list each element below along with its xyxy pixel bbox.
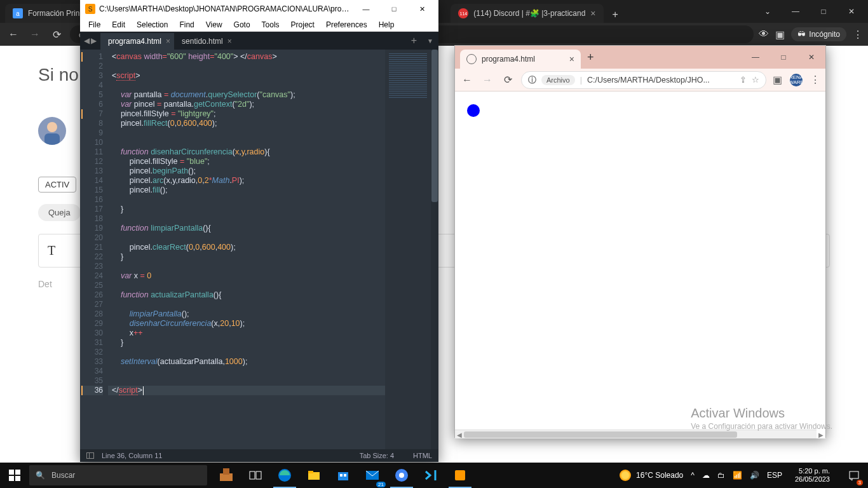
battery-icon[interactable]: 🗀 — [717, 471, 725, 480]
menu-goto[interactable]: Goto — [229, 19, 255, 30]
clock-time: 5:20 p. m. — [795, 467, 830, 475]
taskbar-search[interactable]: 🔍 Buscar — [29, 465, 207, 485]
status-cursor-pos[interactable]: Line 36, Column 11 — [102, 452, 162, 459]
menu-icon[interactable]: ⋮ — [853, 29, 863, 41]
taskbar-store-icon[interactable] — [329, 463, 357, 488]
wifi-icon[interactable]: 📶 — [733, 471, 742, 480]
new-tab-button[interactable]: + — [581, 51, 600, 64]
star-icon[interactable]: ☆ — [752, 75, 759, 85]
chrome2-tab[interactable]: programa4.html × — [460, 50, 581, 69]
chevron-up-icon[interactable]: ^ — [691, 471, 695, 480]
windows-taskbar: 🔍 Buscar 21 16°C Soleado ^ ☁ 🗀 📶 🔊 ESP 5… — [0, 463, 868, 488]
minimap[interactable] — [385, 50, 431, 449]
close-icon[interactable]: × — [227, 37, 232, 46]
menu-view[interactable]: View — [201, 19, 227, 30]
bg-tab-label: (114) Discord | #🧩 |3-practicand — [473, 9, 585, 18]
close-icon[interactable]: × — [569, 54, 574, 64]
queja-pill[interactable]: Queja — [38, 204, 81, 221]
chevron-down-icon[interactable]: ⌄ — [756, 7, 779, 16]
minimize-button[interactable]: — — [742, 53, 770, 62]
scrollbar-thumb[interactable] — [431, 50, 438, 202]
reload-button[interactable]: ⟳ — [501, 74, 515, 86]
back-button[interactable]: ← — [460, 74, 474, 86]
menu-find[interactable]: Find — [175, 19, 198, 30]
maximize-button[interactable]: □ — [770, 53, 797, 62]
scrollbar-thumb[interactable] — [464, 431, 737, 438]
info-icon[interactable]: ⓘ — [528, 74, 536, 86]
line-gutter[interactable]: 1234567891011121314151617181920212223242… — [80, 50, 108, 449]
menu-project[interactable]: Project — [287, 19, 319, 30]
chrome2-url-input[interactable]: ⓘ Archivo | C:/Users/MARTHA/Desktop/JHO.… — [521, 71, 766, 89]
taskbar-chrome-icon[interactable] — [388, 463, 416, 488]
taskbar-weather[interactable]: 16°C Soleado — [620, 470, 683, 481]
forward-button[interactable]: → — [480, 74, 494, 86]
menu-selection[interactable]: Selection — [132, 19, 172, 30]
sublime-titlebar[interactable]: S C:\Users\MARTHA\Desktop\JHONATAN\PROGR… — [80, 0, 438, 18]
status-tabsize[interactable]: Tab Size: 4 — [360, 452, 394, 459]
tab-programa4[interactable]: programa4.html × — [100, 33, 174, 50]
sidebar-toggle-icon[interactable] — [86, 452, 94, 459]
profile-avatar-icon[interactable]: RENAWARE — [790, 74, 803, 86]
scroll-right-icon[interactable]: ▶ — [817, 430, 825, 439]
menu-tools[interactable]: Tools — [257, 19, 284, 30]
status-language[interactable]: HTML — [413, 452, 432, 459]
maximize-button[interactable]: □ — [812, 7, 835, 16]
taskbar-sublime-icon[interactable] — [446, 463, 474, 488]
panel-icon[interactable]: ▣ — [775, 29, 785, 41]
menu-file[interactable]: File — [84, 19, 105, 30]
text-format-icon[interactable]: T — [48, 243, 55, 258]
windows-logo-icon — [9, 470, 20, 481]
language-indicator[interactable]: ESP — [767, 471, 782, 480]
close-button[interactable]: ✕ — [840, 7, 863, 16]
menu-icon[interactable]: ⋮ — [810, 74, 820, 86]
horizontal-scrollbar[interactable]: ◀ ▶ — [455, 430, 817, 438]
close-icon[interactable]: × — [166, 37, 170, 46]
tab-sentido[interactable]: sentido.html × — [174, 33, 236, 50]
taskbar-vscode-icon[interactable] — [417, 463, 445, 488]
panel-icon[interactable]: ▣ — [773, 74, 782, 86]
reload-button[interactable]: ⟳ — [48, 29, 65, 41]
bg-window-controls: ⌄ — □ ✕ — [751, 0, 868, 23]
new-tab-button[interactable]: + — [406, 35, 422, 46]
globe-icon — [466, 54, 477, 64]
share-icon[interactable]: ⇪ — [740, 75, 747, 85]
incognito-badge[interactable]: 🕶 Incógnito — [791, 27, 846, 41]
menu-edit[interactable]: Edit — [107, 19, 130, 30]
taskbar-edge-icon[interactable] — [271, 463, 299, 488]
forward-button[interactable]: → — [27, 29, 43, 40]
volume-icon[interactable]: 🔊 — [750, 471, 759, 480]
tab-nav-right-icon[interactable]: ▶ — [91, 36, 97, 45]
notifications-button[interactable]: 3 — [843, 463, 865, 488]
taskbar-mail-icon[interactable]: 21 — [358, 463, 386, 488]
new-tab-button[interactable]: + — [607, 6, 623, 23]
svg-rect-15 — [455, 470, 465, 480]
code-area[interactable]: <canvas width="600" height="400"> </canv… — [108, 50, 385, 449]
onedrive-icon[interactable]: ☁ — [702, 471, 710, 480]
avatar[interactable] — [38, 117, 66, 145]
mail-badge: 21 — [376, 482, 386, 487]
maximize-button[interactable]: □ — [381, 5, 407, 13]
taskbar-clock[interactable]: 5:20 p. m. 26/05/2023 — [790, 467, 835, 483]
scroll-left-icon[interactable]: ◀ — [455, 430, 464, 439]
bg-tab-discord[interactable]: 114 (114) Discord | #🧩 |3-practicand × — [451, 4, 603, 23]
tab-menu-icon[interactable]: ▼ — [422, 37, 438, 44]
taskbar-monument-icon[interactable] — [212, 463, 240, 488]
eye-off-icon[interactable]: 👁 — [759, 29, 769, 40]
close-button[interactable]: ✕ — [409, 5, 435, 13]
taskbar-explorer-icon[interactable] — [300, 463, 328, 488]
close-icon[interactable]: × — [590, 8, 595, 18]
minimize-button[interactable]: — — [784, 7, 807, 16]
clock-date: 26/05/2023 — [795, 475, 830, 484]
close-button[interactable]: ✕ — [797, 53, 825, 62]
tab-nav-left-icon[interactable]: ◀ — [84, 36, 90, 45]
bg-tab-alura[interactable]: a Formación Prin — [5, 4, 87, 23]
vertical-scrollbar[interactable] — [431, 50, 438, 449]
taskbar-taskview-icon[interactable] — [241, 463, 269, 488]
sublime-editor: 1234567891011121314151617181920212223242… — [80, 50, 438, 449]
minimize-button[interactable]: — — [353, 5, 379, 13]
menu-preferences[interactable]: Preferences — [322, 19, 372, 30]
chrome2-viewport: ◀ ▶ — [455, 92, 825, 438]
back-button[interactable]: ← — [5, 29, 22, 40]
start-button[interactable] — [0, 463, 29, 488]
menu-help[interactable]: Help — [374, 19, 399, 30]
